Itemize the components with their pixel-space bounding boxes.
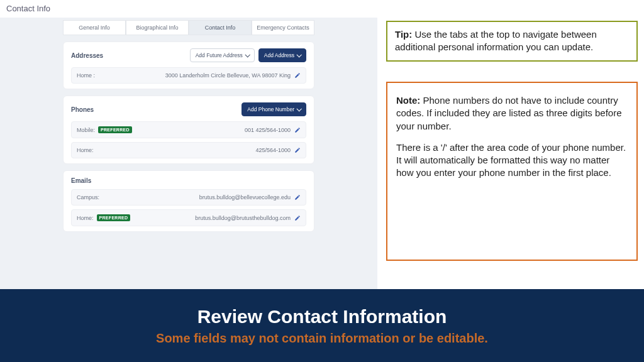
- add-phone-label: Add Phone Number: [247, 106, 294, 112]
- phone-row: Home: 425/564-1000: [71, 142, 306, 158]
- page-title: Contact Info: [6, 4, 50, 13]
- phones-panel: Phones Add Phone Number Mobile: PREFERRE…: [63, 96, 314, 164]
- tab-row: General Info Biographical Info Contact I…: [63, 20, 314, 35]
- edit-icon[interactable]: [294, 147, 301, 153]
- add-phone-button[interactable]: Add Phone Number: [242, 102, 306, 116]
- phone-type-label: Home:: [77, 147, 94, 153]
- tip-text: Use the tabs at the top to navigate betw…: [395, 29, 597, 52]
- edit-icon[interactable]: [294, 127, 301, 133]
- tip-label: Tip:: [395, 29, 412, 40]
- tip-callout: Tip: Use the tabs at the top to navigate…: [386, 21, 638, 62]
- add-address-button[interactable]: Add Address: [258, 48, 306, 62]
- emails-panel: Emails Campus: brutus.bulldog@bellevueco…: [63, 170, 314, 232]
- edit-icon[interactable]: [294, 194, 301, 200]
- email-row: Home: PREFERRED brutus.bulldog@brutusthe…: [71, 209, 306, 226]
- note-paragraph-1: Phone numbers do not have to include cou…: [396, 95, 622, 131]
- phones-title: Phones: [71, 106, 94, 113]
- addresses-panel: Addresses Add Future Address Add Address…: [63, 41, 314, 89]
- tab-contact-info[interactable]: Contact Info: [189, 20, 252, 35]
- address-value: 3000 Landerholm Circle Bellevue, WA 9800…: [165, 72, 291, 79]
- add-future-address-button[interactable]: Add Future Address: [190, 48, 255, 62]
- preferred-badge: PREFERRED: [97, 214, 131, 221]
- address-row: Home : 3000 Landerholm Circle Bellevue, …: [71, 67, 306, 84]
- email-type-label: Home:: [77, 215, 94, 221]
- note-paragraph-2: There is a '/' after the area code of yo…: [396, 141, 628, 180]
- phone-row: Mobile: PREFERRED 001 425/564-1000: [71, 121, 306, 138]
- tab-emergency-contacts[interactable]: Emergency Contacts: [252, 20, 314, 35]
- preferred-badge: PREFERRED: [98, 126, 132, 133]
- tab-general-info[interactable]: General Info: [63, 20, 126, 35]
- banner-title: Review Contact Information: [0, 306, 644, 327]
- addresses-title: Addresses: [71, 52, 103, 59]
- emails-title: Emails: [71, 177, 91, 184]
- email-row: Campus: brutus.bulldog@bellevuecollege.e…: [71, 189, 306, 206]
- chevron-down-icon: [296, 52, 301, 57]
- email-value: brutus.bulldog@brutusthebulldog.com: [195, 215, 291, 221]
- email-type-label: Campus:: [77, 194, 99, 200]
- add-future-address-label: Add Future Address: [196, 52, 243, 58]
- chevron-down-icon: [296, 106, 301, 111]
- address-type-label: Home :: [77, 72, 95, 79]
- chevron-down-icon: [245, 52, 250, 57]
- phone-value: 001 425/564-1000: [245, 127, 291, 133]
- app-area: General Info Biographical Info Contact I…: [0, 18, 377, 289]
- edit-icon[interactable]: [294, 72, 301, 79]
- note-callout: Note: Phone numbers do not have to inclu…: [386, 82, 638, 261]
- add-address-label: Add Address: [264, 52, 294, 58]
- note-label: Note:: [396, 95, 420, 106]
- edit-icon[interactable]: [294, 215, 301, 221]
- bottom-banner: Review Contact Information Some fields m…: [0, 289, 644, 362]
- phone-value: 425/564-1000: [255, 147, 291, 153]
- phone-type-label: Mobile:: [77, 127, 95, 133]
- tab-biographical-info[interactable]: Biographical Info: [126, 20, 189, 35]
- banner-subtitle: Some fields may not contain information …: [0, 331, 644, 346]
- email-value: brutus.bulldog@bellevuecollege.edu: [199, 194, 291, 200]
